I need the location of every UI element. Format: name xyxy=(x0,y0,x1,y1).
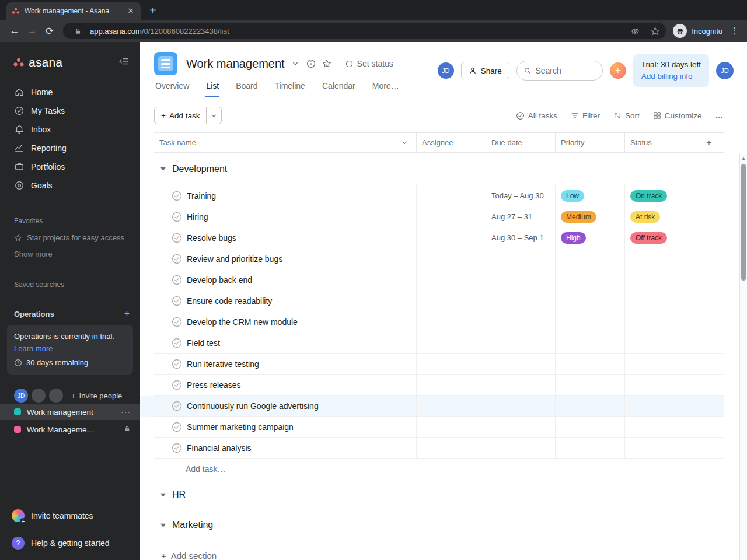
sidebar-item-goals[interactable]: Goals xyxy=(0,176,140,195)
customize-button[interactable]: Customize xyxy=(653,111,702,120)
task-assignee-cell[interactable] xyxy=(417,438,486,458)
task-priority-cell[interactable] xyxy=(556,290,625,311)
favorite-star-icon[interactable] xyxy=(322,58,332,69)
browser-tab[interactable]: Work management - Asana ✕ xyxy=(6,2,141,20)
chevron-down-icon[interactable] xyxy=(290,58,301,69)
task-priority-cell[interactable] xyxy=(556,438,625,458)
search-input[interactable] xyxy=(535,66,595,75)
tab-calendar[interactable]: Calendar xyxy=(322,76,356,97)
task-priority-cell[interactable] xyxy=(556,374,625,395)
project-icon[interactable] xyxy=(154,52,177,75)
task-assignee-cell[interactable] xyxy=(417,312,486,332)
task-status-cell[interactable]: Off track xyxy=(625,228,694,248)
task-priority-cell[interactable] xyxy=(556,249,625,269)
task-name[interactable]: Hiring xyxy=(187,212,208,222)
task-due-date[interactable] xyxy=(486,374,556,395)
sidebar-item-reporting[interactable]: Reporting xyxy=(0,139,140,158)
task-priority-cell[interactable] xyxy=(556,312,625,332)
task-due-date[interactable] xyxy=(486,249,556,269)
sidebar-project-work-management-2[interactable]: Work Manageme... xyxy=(0,421,140,438)
user-avatar[interactable]: JD xyxy=(716,62,734,79)
sidebar-item-portfolios[interactable]: Portfolios xyxy=(0,158,140,176)
column-task-name[interactable]: Task name xyxy=(154,133,417,152)
add-project-icon[interactable]: + xyxy=(124,309,130,319)
task-name[interactable]: Develop back end xyxy=(187,275,252,285)
task-priority-cell[interactable]: Medium xyxy=(556,206,625,227)
url-bar[interactable]: app.asana.com/0/1200860822223438/list xyxy=(63,23,666,39)
project-options-icon[interactable]: ··· xyxy=(121,407,131,416)
task-due-date[interactable] xyxy=(486,332,556,353)
task-assignee-cell[interactable] xyxy=(417,228,486,248)
task-status-cell[interactable]: On track xyxy=(625,186,694,206)
task-status-cell[interactable] xyxy=(625,290,694,311)
all-tasks-filter[interactable]: All tasks xyxy=(516,111,557,120)
task-priority-cell[interactable]: High xyxy=(556,228,625,248)
reload-button[interactable]: ⟳ xyxy=(41,22,58,40)
task-priority-cell[interactable] xyxy=(556,416,625,437)
task-row[interactable]: Continuously run Google advertising xyxy=(154,396,724,416)
back-button[interactable]: ← xyxy=(6,22,23,40)
task-name[interactable]: Resolve bugs xyxy=(187,233,236,243)
task-status-cell[interactable] xyxy=(625,312,694,332)
task-check-icon[interactable] xyxy=(172,380,182,390)
sidebar-project-work-management[interactable]: Work management ··· xyxy=(0,404,140,420)
member-avatar[interactable]: JD xyxy=(14,388,28,402)
task-name[interactable]: Financial analysis xyxy=(187,443,252,453)
task-assignee-cell[interactable] xyxy=(417,206,486,227)
section-collapse-icon[interactable] xyxy=(160,492,166,498)
task-name[interactable]: Review and prioritize bugs xyxy=(187,254,282,264)
page-title[interactable]: Work management xyxy=(186,57,285,71)
task-due-date[interactable] xyxy=(486,312,556,332)
task-status-cell[interactable]: At risk xyxy=(625,206,694,227)
task-status-cell[interactable] xyxy=(625,270,694,290)
task-status-cell[interactable] xyxy=(625,416,694,437)
task-check-icon[interactable] xyxy=(172,233,182,243)
task-due-date[interactable]: Aug 30 – Sep 1 xyxy=(486,228,556,248)
task-name[interactable]: Training xyxy=(187,191,216,201)
task-row[interactable]: Training Today – Aug 30 Low On track xyxy=(154,186,724,206)
tab-board[interactable]: Board xyxy=(235,76,258,97)
priority-pill[interactable]: High xyxy=(561,232,586,244)
task-row[interactable]: Review and prioritize bugs xyxy=(154,249,724,270)
task-due-date[interactable] xyxy=(486,290,556,311)
search-box[interactable] xyxy=(516,61,603,80)
add-task-row[interactable]: Add task… xyxy=(154,459,724,480)
task-due-date[interactable] xyxy=(486,416,556,437)
task-assignee-cell[interactable] xyxy=(417,374,486,395)
member-avatar[interactable]: JD xyxy=(438,62,454,79)
column-assignee[interactable]: Assignee xyxy=(417,133,486,152)
collapse-sidebar-icon[interactable] xyxy=(118,55,130,69)
tab-timeline[interactable]: Timeline xyxy=(274,76,306,97)
task-status-cell[interactable] xyxy=(625,374,694,395)
task-check-icon[interactable] xyxy=(172,443,182,453)
task-check-icon[interactable] xyxy=(172,275,182,285)
task-priority-cell[interactable] xyxy=(556,270,625,290)
add-column-button[interactable]: + xyxy=(694,133,724,152)
lock-icon[interactable] xyxy=(70,24,85,37)
task-check-icon[interactable] xyxy=(172,401,182,411)
priority-pill[interactable]: Low xyxy=(561,190,584,202)
task-priority-cell[interactable] xyxy=(556,396,625,416)
task-check-icon[interactable] xyxy=(172,296,182,306)
browser-menu-icon[interactable]: ⋮ xyxy=(728,26,741,36)
task-row[interactable]: Develop the CRM new module xyxy=(154,312,724,332)
invite-teammates-button[interactable]: Invite teammates xyxy=(0,502,140,529)
section-header[interactable]: Development xyxy=(154,153,724,186)
task-status-cell[interactable] xyxy=(625,332,694,353)
tab-more[interactable]: More… xyxy=(372,76,400,97)
task-priority-cell[interactable] xyxy=(556,332,625,353)
sidebar-item-inbox[interactable]: Inbox xyxy=(0,120,140,139)
column-due-date[interactable]: Due date xyxy=(486,133,556,152)
filter-button[interactable]: Filter xyxy=(571,111,600,120)
help-button[interactable]: ? Help & getting started xyxy=(0,529,140,556)
task-row[interactable]: Press releases xyxy=(154,374,724,396)
sidebar-item-my-tasks[interactable]: My Tasks xyxy=(0,102,140,120)
section-collapse-icon[interactable] xyxy=(160,522,166,528)
task-check-icon[interactable] xyxy=(172,254,182,264)
add-task-caret[interactable] xyxy=(206,107,221,124)
sidebar-item-home[interactable]: Home xyxy=(0,83,140,102)
task-row[interactable]: Ensure code readability xyxy=(154,290,724,312)
task-check-icon[interactable] xyxy=(172,338,182,348)
learn-more-link[interactable]: Learn more xyxy=(14,344,53,353)
set-status-button[interactable]: Set status xyxy=(345,59,393,68)
